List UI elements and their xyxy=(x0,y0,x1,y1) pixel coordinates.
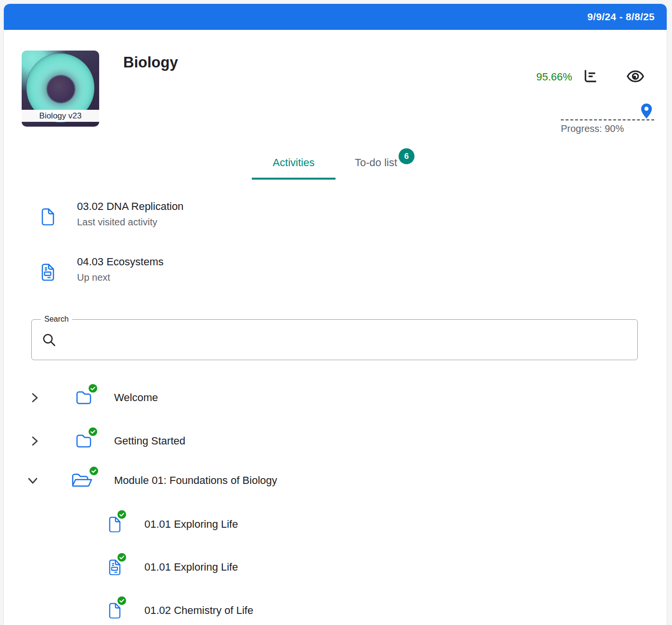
tree-row-module-01: Module 01: Foundations of Biology xyxy=(4,467,667,494)
course-thumbnail[interactable]: Biology v23 xyxy=(22,51,99,127)
completed-check-icon xyxy=(89,428,97,436)
tree-item-label[interactable]: Welcome xyxy=(114,391,158,404)
search-input[interactable] xyxy=(32,320,637,360)
completed-check-icon xyxy=(117,553,126,562)
tree-row-activity: 01.01 Exploring Life xyxy=(4,554,667,581)
tree-item-label[interactable]: 01.02 Chemistry of Life xyxy=(144,604,253,617)
cell-nucleus-image xyxy=(47,75,76,103)
search-field: Search xyxy=(31,319,638,360)
progress-track xyxy=(561,119,654,120)
progress-label: Progress: 90% xyxy=(561,123,624,134)
grade-chart-button[interactable] xyxy=(581,66,600,86)
quick-link-last-visited[interactable]: 03.02 DNA Replication Last visited activ… xyxy=(35,197,628,234)
tab-activities[interactable]: Activities xyxy=(252,156,336,169)
thumbnail-caption: Biology v23 xyxy=(22,110,99,122)
tree-row-getting-started: Getting Started xyxy=(4,428,667,455)
preview-button[interactable] xyxy=(626,66,645,86)
quick-link-up-next[interactable]: 04.03 Ecosystems Up next xyxy=(35,253,628,289)
tree-item-label[interactable]: 01.01 Exploring Life xyxy=(144,518,238,531)
chevron-right-icon[interactable] xyxy=(28,434,41,448)
tree-row-welcome: Welcome xyxy=(4,384,667,411)
tree-item-label[interactable]: Getting Started xyxy=(114,435,185,447)
completed-check-icon xyxy=(90,467,98,475)
eye-icon xyxy=(627,70,644,83)
app-header: 9/9/24 - 8/8/25 xyxy=(4,4,667,30)
todo-count-badge: 6 xyxy=(399,148,414,164)
tab-todo-list[interactable]: To-do list xyxy=(355,156,397,169)
tree-item-label[interactable]: Module 01: Foundations of Biology xyxy=(114,474,277,487)
completed-check-icon xyxy=(117,510,126,519)
date-range: 9/9/24 - 8/8/25 xyxy=(587,4,655,30)
map-pin-icon xyxy=(640,103,653,119)
grade-percent: 95.66% xyxy=(536,71,572,83)
search-icon xyxy=(41,332,57,348)
quick-link-subtitle: Up next xyxy=(77,272,110,283)
tab-activities-underline xyxy=(252,178,336,180)
tree-item-label[interactable]: 01.01 Exploring Life xyxy=(144,561,238,573)
quick-link-subtitle: Last visited activity xyxy=(77,217,157,228)
chevron-down-icon[interactable] xyxy=(26,474,39,487)
document-icon xyxy=(41,208,54,225)
page-title: Biology xyxy=(123,54,178,71)
quick-link-title: 04.03 Ecosystems xyxy=(77,256,164,268)
course-card: 9/9/24 - 8/8/25 Biology v23 Biology 95.6… xyxy=(4,4,667,625)
tree-row-activity: 01.02 Chemistry of Life xyxy=(4,597,667,624)
horizontal-bar-chart-icon xyxy=(582,69,598,83)
tree-row-activity: 01.01 Exploring Life xyxy=(4,511,667,538)
completed-check-icon xyxy=(117,597,126,605)
assignment-icon xyxy=(41,263,54,281)
quick-link-title: 03.02 DNA Replication xyxy=(77,200,183,213)
completed-check-icon xyxy=(89,384,97,393)
chevron-right-icon[interactable] xyxy=(28,391,41,404)
